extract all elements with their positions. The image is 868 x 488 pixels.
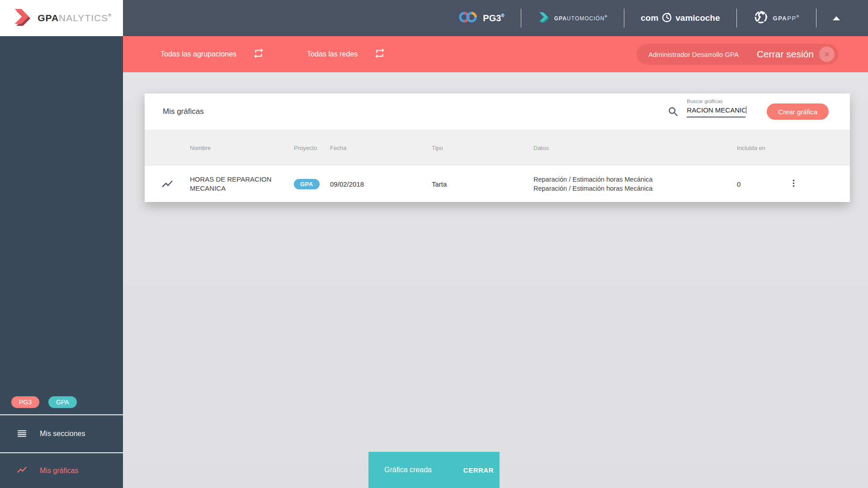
charts-card: Mis gráficas Buscar gráficas Crear gráfi… [145, 94, 850, 202]
divider [624, 9, 624, 28]
toast-message: Gráfica creada [384, 466, 432, 474]
sidebar-item-label: Mis secciones [40, 430, 85, 438]
comprovamicoche-logo[interactable]: com vamicoche [641, 11, 720, 25]
app-root: GPANALYTICS® PG3® [0, 0, 868, 488]
badge-gpa[interactable]: GPA [48, 396, 77, 408]
search-field: Buscar gráficas [687, 106, 745, 117]
toast-close-button[interactable]: CERRAR [463, 466, 494, 474]
sidebar-item-mis-secciones[interactable]: Mis secciones [0, 414, 123, 453]
logout-button[interactable]: Cerrar sesión [757, 47, 835, 62]
column-header-nombre: Nombre [190, 145, 294, 151]
gpautomocion-arrow-icon [538, 11, 550, 25]
divider [521, 9, 521, 28]
gpapp-label: GPAPP® [773, 14, 800, 22]
swap-icon[interactable] [374, 47, 386, 61]
row-data-line: Reparación / Estimación horas Mecánica [533, 175, 737, 184]
text-caret [746, 106, 747, 114]
main-content: Mis gráficas Buscar gráficas Crear gráfi… [123, 72, 868, 488]
row-date: 09/02/2018 [330, 180, 432, 188]
pg3-label: PG3® [483, 13, 504, 23]
sidebar-badges: PG3 GPA [11, 396, 77, 408]
table-header: Nombre Proyecto Fecha Tipo Datos Incluid… [145, 130, 850, 166]
logout-button-label: Cerrar sesión [757, 49, 814, 60]
gpautomocion-label: GPAUTOMOCIÓN® [554, 14, 608, 22]
clock-icon [661, 11, 673, 25]
comprovamicoche-right: vamicoche [675, 13, 720, 23]
gpautomocion-logo[interactable]: GPAUTOMOCIÓN® [538, 11, 608, 25]
brand-name: GPANALYTICS® [38, 13, 112, 23]
row-data: Reparación / Estimación horas Mecánica R… [533, 175, 737, 193]
search-icon[interactable] [667, 106, 679, 118]
groupings-filter-label: Todas las agrupaciones [160, 50, 236, 58]
row-project: GPA [294, 179, 330, 189]
user-session-pill: Administrador Desarrollo GPA Cerrar sesi… [637, 44, 838, 65]
column-header-fecha: Fecha [330, 145, 432, 151]
table-row: HORAS DE REPARACION MECANICA GPA 09/02/2… [145, 166, 850, 202]
pg3-infinity-icon [458, 10, 478, 26]
card-title: Mis gráficas [163, 107, 204, 116]
badge-pg3[interactable]: PG3 [11, 396, 39, 408]
comprovamicoche-left: com [641, 13, 658, 23]
collapse-caret-icon[interactable] [833, 16, 840, 20]
power-icon [819, 47, 835, 62]
gpapp-wrench-icon [753, 9, 769, 27]
card-header: Mis gráficas Buscar gráficas Crear gráfi… [145, 94, 850, 130]
brand-logo[interactable]: GPANALYTICS® [0, 0, 123, 36]
groupings-filter[interactable]: Todas las agrupaciones [160, 47, 264, 61]
menu-icon [16, 427, 28, 441]
search-field-label: Buscar gráficas [687, 99, 722, 104]
column-header-tipo: Tipo [432, 145, 533, 151]
row-name: HORAS DE REPARACION MECANICA [190, 175, 294, 193]
top-header: GPANALYTICS® PG3® [0, 0, 868, 36]
line-chart-icon [16, 464, 28, 477]
filter-bar: Todas las agrupaciones Todas las redes A… [123, 36, 868, 72]
kebab-icon [789, 178, 798, 190]
toast: Gráfica creada CERRAR [368, 452, 500, 488]
swap-icon[interactable] [253, 47, 264, 61]
column-header-proyecto: Proyecto [294, 145, 330, 151]
sidebar-item-mis-graficas[interactable]: Mis gráficas [0, 453, 123, 488]
sidebar-item-label: Mis gráficas [40, 467, 78, 475]
card-controls: Buscar gráficas Crear gráfica [667, 103, 829, 120]
sidebar: PG3 GPA Mis secciones Mis gráficas [0, 36, 123, 488]
pg3-logo[interactable]: PG3® [458, 10, 504, 26]
row-type: Tarta [432, 180, 533, 188]
divider [736, 9, 737, 28]
row-menu-button[interactable] [780, 178, 807, 190]
networks-filter[interactable]: Todas las redes [307, 47, 386, 61]
column-header-datos: Datos [533, 145, 737, 151]
gpapp-logo[interactable]: GPAPP® [753, 9, 800, 27]
brand-arrow-icon [11, 7, 32, 29]
row-included-in: 0 [737, 180, 780, 188]
header-app-links: PG3® GPAUTOMOCIÓN® com [458, 0, 868, 36]
networks-filter-label: Todas las redes [307, 50, 358, 58]
row-data-line: Reparación / Estimación horas Mecánica [533, 184, 737, 193]
create-chart-button[interactable]: Crear gráfica [767, 103, 829, 120]
current-user-label: Administrador Desarrollo GPA [648, 51, 739, 58]
project-badge: GPA [294, 179, 320, 189]
divider [816, 9, 816, 28]
column-header-incluida-en: Incluida en [737, 145, 780, 151]
search-input[interactable] [687, 106, 745, 117]
row-chart-icon [145, 178, 190, 190]
